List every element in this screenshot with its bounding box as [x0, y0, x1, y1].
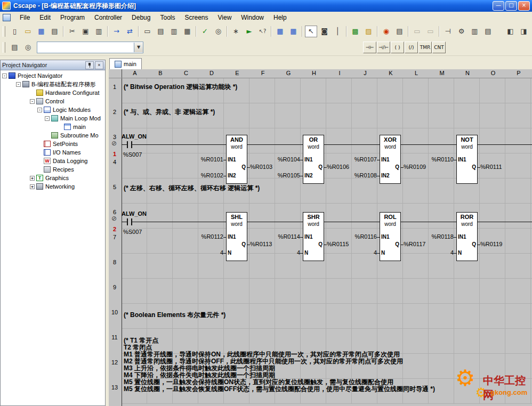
restore-button[interactable]: □ — [505, 1, 517, 11]
tool-b-button[interactable]: ▭ — [424, 26, 437, 37]
menu-edit[interactable]: Edit — [35, 13, 55, 22]
io-grid-1-button[interactable]: ▦ — [274, 26, 286, 37]
menu-help[interactable]: Help — [269, 13, 292, 22]
row-number[interactable]: 4 — [109, 159, 120, 165]
row-number[interactable]: 12 — [109, 359, 120, 366]
expand-box[interactable]: - — [2, 74, 7, 78]
insert-rung-button[interactable]: ▤ — [155, 26, 167, 37]
operand[interactable]: %R0113 — [250, 241, 272, 247]
timer-button[interactable]: TMR — [418, 42, 432, 53]
function-block-and[interactable]: AND word IN1 IN2 Q %R0101 %R0102 %R0103 — [226, 135, 247, 184]
clear-button[interactable]: ∗ — [230, 26, 242, 37]
tree-item-recipes[interactable]: Recipes — [1, 165, 105, 174]
select-tool-button[interactable]: ↖ — [305, 26, 317, 37]
open-file-button[interactable]: ▭ — [22, 26, 34, 37]
tree-item-main[interactable]: main — [1, 123, 105, 131]
operand[interactable]: %R0109 — [404, 164, 426, 170]
tree-item-setpoints[interactable]: SetPoints — [1, 140, 105, 148]
row-number[interactable]: 11 — [109, 334, 120, 340]
download-to-plc-button[interactable]: → — [110, 26, 123, 37]
row-number[interactable]: 1 — [109, 84, 120, 90]
contact-address[interactable]: %S007 — [123, 229, 142, 235]
contact-normally-closed-button[interactable]: ⊣/⊢ — [377, 42, 390, 53]
io-grid-2-button[interactable]: ▦ — [287, 26, 300, 37]
tree-item-hardware-configuration[interactable]: Hardware Configurat — [1, 88, 105, 97]
operand[interactable]: %R0115 — [327, 241, 349, 247]
menu-tools[interactable]: Tools — [155, 13, 180, 22]
row-number[interactable]: 2 — [109, 109, 120, 115]
combo-dropdown-arrow[interactable]: ▼ — [134, 43, 143, 52]
tree-item-io-names[interactable]: I/O Names — [1, 148, 105, 157]
expand-box[interactable]: - — [37, 108, 42, 112]
operand[interactable]: %R0117 — [404, 241, 425, 247]
upload-from-plc-button[interactable]: ⇄ — [124, 26, 136, 37]
operand[interactable]: %R0116 — [346, 233, 377, 240]
function-block-xor[interactable]: XOR word IN1 IN2 Q %R0107 %R0108 %R0109 — [380, 135, 401, 184]
menu-program[interactable]: Program — [55, 13, 90, 22]
cut-button[interactable]: ✂ — [66, 26, 78, 37]
operand[interactable]: %R0103 — [250, 164, 272, 170]
operand[interactable]: %R0112 — [192, 233, 223, 240]
coil-negated-button[interactable]: (/) — [405, 42, 418, 53]
operand[interactable]: %R0107 — [346, 156, 377, 163]
dock-left-button[interactable]: ◧ — [504, 26, 517, 37]
function-block-rol[interactable]: ROL word IN1 N Q %R0116 4 %R0117 — [380, 212, 401, 261]
function-block-shl[interactable]: SHL word IN1 N Q %R0112 4 %R0113 — [226, 212, 247, 261]
expand-box[interactable]: + — [30, 184, 35, 189]
new-file-button[interactable]: ▯ — [9, 26, 21, 37]
insert-element-button[interactable]: ▭ — [141, 26, 154, 37]
pin-button[interactable] — [85, 61, 94, 69]
edit-properties-button[interactable]: ▦ — [181, 26, 194, 37]
expand-box[interactable]: - — [30, 99, 35, 104]
tree-item-project-navigator[interactable]: - Project Navigator — [1, 71, 105, 80]
copy-button[interactable]: ▣ — [79, 26, 92, 37]
element-search-combo[interactable]: ▼ — [37, 42, 143, 53]
comment-tool-button[interactable]: ◙ — [318, 26, 331, 37]
row-number[interactable]: 10 — [109, 309, 120, 315]
contact-address[interactable]: %S007 — [123, 151, 142, 158]
find-button[interactable]: ◎ — [212, 26, 224, 37]
operand[interactable]: %R0106 — [327, 164, 349, 170]
settings-button[interactable]: ⚙ — [455, 26, 467, 37]
check-program-button[interactable]: ✓ — [199, 26, 211, 37]
row-number[interactable]: 13 — [109, 384, 120, 391]
tree-item-subroutine[interactable]: Subroutine Mo — [1, 131, 105, 140]
tab-main[interactable]: main — [109, 58, 142, 69]
page-button[interactable]: ▤ — [9, 42, 21, 53]
online-target-button[interactable]: ◉ — [380, 26, 392, 37]
status-green-button[interactable]: ▩ — [349, 26, 361, 37]
ladder-canvas[interactable]: 1 2 3 4 5 6 7 8 9 10 11 12 13 (* Bitwise… — [109, 78, 532, 406]
menu-debug[interactable]: Debug — [127, 13, 155, 22]
report-view-button[interactable]: ▤ — [482, 26, 494, 37]
data-watch-button[interactable]: ▤ — [393, 26, 406, 37]
function-block-not[interactable]: NOT word IN1 Q %R0110 %R0111 — [456, 135, 478, 184]
operand[interactable]: %R0110 — [423, 156, 454, 163]
ladder-comment[interactable]: (* 与、或、异或、非 逻辑运算 *) — [124, 108, 215, 117]
tree-item-data-logging[interactable]: W Data Logging — [1, 157, 105, 165]
coil-button[interactable]: ( ) — [391, 42, 404, 53]
paste-button[interactable]: ▥ — [93, 26, 105, 37]
close-button[interactable]: × — [518, 1, 530, 11]
save-file-button[interactable]: ▦ — [35, 26, 47, 37]
operand[interactable]: %R0119 — [480, 241, 502, 247]
grid-view-button[interactable]: ▥ — [469, 26, 481, 37]
counter-button[interactable]: CNT — [432, 42, 446, 53]
row-number[interactable]: 5 — [109, 184, 120, 190]
expand-box[interactable]: - — [16, 82, 21, 87]
operand[interactable]: 4 — [192, 249, 223, 256]
run-monitor-button[interactable]: ► — [243, 26, 255, 37]
connect-button[interactable]: ⊣ — [442, 26, 454, 37]
operand[interactable]: %R0118 — [423, 233, 454, 240]
row-number[interactable]: 8 — [109, 259, 120, 265]
operand[interactable]: %R0111 — [480, 164, 502, 170]
navigator-close-button[interactable]: × — [95, 61, 103, 69]
ladder-comment[interactable]: (* 左移、右移、循环左移、循环右移 逻辑运算 *) — [124, 184, 260, 193]
operand[interactable]: 4 — [423, 249, 454, 256]
function-block-shr[interactable]: SHR word IN1 N Q %R0114 4 %R0115 — [303, 212, 324, 261]
wire-tool-button[interactable]: │ — [332, 26, 344, 37]
tree-item-control[interactable]: - Control — [1, 97, 105, 105]
ladder-comment[interactable]: (* T1 常开点 T2 常闭点 M1 普通常开线圈，导通时保持ON，此线圈程序… — [124, 337, 435, 393]
minimize-button[interactable]: — — [493, 1, 504, 11]
tree-item-networking[interactable]: + Networking — [1, 182, 105, 191]
expand-box[interactable]: - — [45, 116, 50, 121]
